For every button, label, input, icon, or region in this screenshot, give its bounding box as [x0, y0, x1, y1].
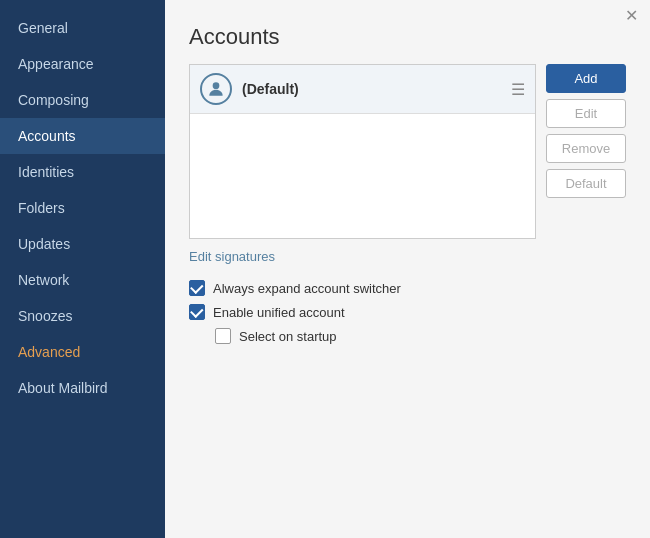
sidebar-item-accounts[interactable]: Accounts: [0, 118, 165, 154]
accounts-buttons: Add Edit Remove Default: [546, 64, 626, 239]
sidebar-item-advanced[interactable]: Advanced: [0, 334, 165, 370]
checkbox-select-startup[interactable]: [215, 328, 231, 344]
option-label-select-startup: Select on startup: [239, 329, 337, 344]
accounts-list[interactable]: (Default)☰: [189, 64, 536, 239]
add-button[interactable]: Add: [546, 64, 626, 93]
sidebar-item-folders[interactable]: Folders: [0, 190, 165, 226]
sidebar-item-updates[interactable]: Updates: [0, 226, 165, 262]
edit-button[interactable]: Edit: [546, 99, 626, 128]
sidebar-item-identities[interactable]: Identities: [0, 154, 165, 190]
sidebar-item-general[interactable]: General: [0, 10, 165, 46]
sidebar-item-appearance[interactable]: Appearance: [0, 46, 165, 82]
account-avatar: [200, 73, 232, 105]
sidebar-item-snoozes[interactable]: Snoozes: [0, 298, 165, 334]
option-label-expand-switcher: Always expand account switcher: [213, 281, 401, 296]
page-title: Accounts: [189, 24, 626, 50]
sidebar-item-about[interactable]: About Mailbird: [0, 370, 165, 406]
account-name: (Default): [242, 81, 501, 97]
svg-point-0: [213, 82, 220, 89]
account-row[interactable]: (Default)☰: [190, 65, 535, 114]
checkbox-expand-switcher[interactable]: [189, 280, 205, 296]
sidebar-item-composing[interactable]: Composing: [0, 82, 165, 118]
options-section: Always expand account switcherEnable uni…: [189, 280, 626, 344]
default-button[interactable]: Default: [546, 169, 626, 198]
sidebar: GeneralAppearanceComposingAccountsIdenti…: [0, 0, 165, 538]
accounts-area: (Default)☰ Add Edit Remove Default: [189, 64, 626, 239]
option-row-unified-account[interactable]: Enable unified account: [189, 304, 626, 320]
option-label-unified-account: Enable unified account: [213, 305, 345, 320]
close-button[interactable]: ✕: [625, 8, 638, 24]
option-row-expand-switcher[interactable]: Always expand account switcher: [189, 280, 626, 296]
option-row-select-startup[interactable]: Select on startup: [215, 328, 626, 344]
main-content: ✕ Accounts (Default)☰ Add Edit Remove De…: [165, 0, 650, 538]
checkbox-unified-account[interactable]: [189, 304, 205, 320]
remove-button[interactable]: Remove: [546, 134, 626, 163]
sidebar-item-network[interactable]: Network: [0, 262, 165, 298]
edit-signatures-link[interactable]: Edit signatures: [189, 249, 626, 264]
account-menu-icon: ☰: [511, 80, 525, 99]
